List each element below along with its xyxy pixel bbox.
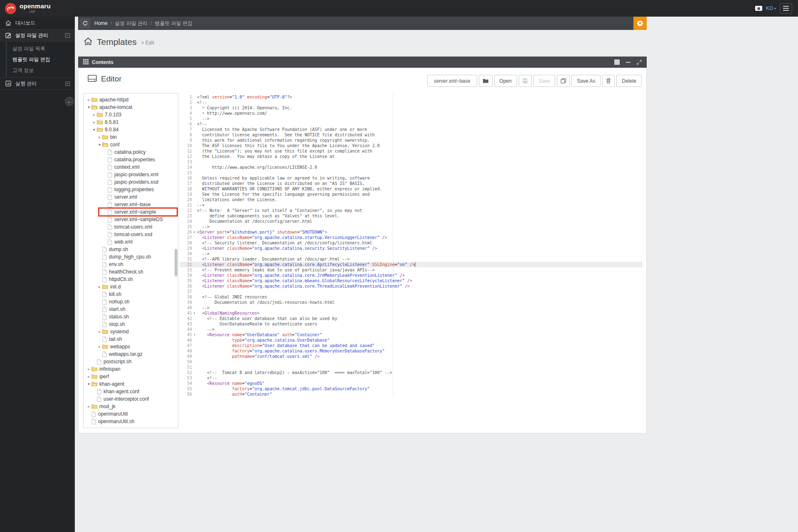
- tree-item-jaspic-providers.xsd[interactable]: jaspic-providers.xsd: [84, 178, 178, 186]
- tree-expand-arrow-icon[interactable]: ▸: [86, 374, 91, 379]
- save-icon-button[interactable]: [519, 75, 532, 87]
- delete-button[interactable]: Delete: [616, 75, 642, 87]
- code-line-31[interactable]: 31 <!--APR library loader. Documentation…: [180, 256, 643, 262]
- tree-item-8.5.81[interactable]: ▸8.5.81: [84, 118, 178, 126]
- save-as-button[interactable]: Save As: [571, 75, 601, 87]
- code-line-40[interactable]: 40 -->: [180, 305, 643, 310]
- fold-arrow-icon[interactable]: ▾: [192, 229, 197, 235]
- tree-item-openmaruUtil.sh[interactable]: openmaruUtil.sh: [84, 418, 178, 425]
- code-line-35[interactable]: 35 <Listener className="org.apache.catal…: [180, 278, 643, 283]
- section-collapse-minus-icon[interactable]: [65, 33, 70, 38]
- tree-item-dump_high_cpu.sh[interactable]: dump_high_cpu.sh: [84, 253, 178, 261]
- tree-item-7.0.103[interactable]: ▸7.0.103: [84, 111, 178, 118]
- tree-item-init.d[interactable]: ▸init.d: [84, 283, 178, 291]
- code-line-21[interactable]: 21-->: [180, 202, 643, 208]
- brand-logo[interactable]: openmaru iAP: [5, 3, 51, 14]
- sidebar-subitem-config-file-list[interactable]: 설정 파일 목록: [7, 43, 75, 54]
- tree-item-infinispan[interactable]: ▸infinispan: [84, 365, 178, 373]
- sidebar-subitem-template-file-edit[interactable]: 템플릿 파일 편집: [7, 54, 75, 65]
- tree-item-tail.sh[interactable]: tail.sh: [84, 335, 178, 343]
- code-editor[interactable]: 1<?xml version="1.0" encoding="UTF-8"?>2…: [180, 93, 643, 428]
- tree-item-apache-tomcat[interactable]: ▾apache-tomcat: [84, 103, 178, 111]
- tree-collapse-arrow-icon[interactable]: ▾: [97, 143, 102, 147]
- language-selector[interactable]: KO ▾: [766, 5, 776, 11]
- code-line-38[interactable]: 38 <!-- Global JNDI resources: [180, 294, 643, 300]
- breadcrumb-config-file-management[interactable]: 설정 파일 관리: [115, 20, 148, 27]
- tree-item-web.xml[interactable]: web.xml: [84, 238, 178, 246]
- tree-item-jaspic-providers.xml[interactable]: jaspic-providers.xml: [84, 171, 178, 178]
- code-line-4[interactable]: 4 ~ http://www.opennaru.com/: [180, 111, 643, 116]
- tree-item-context.xml[interactable]: context.xml: [84, 163, 178, 171]
- tree-expand-arrow-icon[interactable]: ▸: [86, 98, 91, 102]
- sidebar-subitem-customer-info[interactable]: 고객 정보: [7, 65, 75, 76]
- tree-item-catalina.properties[interactable]: catalina.properties: [84, 156, 178, 163]
- code-line-32[interactable]: 32 <Listener className="org.apache.catal…: [180, 262, 643, 267]
- fold-arrow-icon[interactable]: ▾: [192, 332, 197, 337]
- tree-item-logging.properties[interactable]: logging.properties: [84, 186, 178, 193]
- tree-item-mod_jk[interactable]: ▸mod_jk: [84, 403, 178, 410]
- tree-item-server.xml~sample[interactable]: server.xml~sample: [84, 208, 178, 216]
- panel-fullscreen-icon[interactable]: [637, 60, 642, 65]
- settings-button[interactable]: [633, 17, 647, 30]
- code-line-54[interactable]: 54 <Resource name="egovDS": [180, 381, 643, 386]
- code-line-56[interactable]: 56 auth="Container": [180, 392, 643, 397]
- code-line-49[interactable]: 49 pathname="conf/tomcat-users.xml" />: [180, 354, 643, 359]
- tree-expand-arrow-icon[interactable]: ▸: [91, 120, 97, 124]
- code-line-37[interactable]: 37: [180, 289, 643, 294]
- tree-expand-arrow-icon[interactable]: ▸: [86, 367, 91, 371]
- tree-item-khan-agent[interactable]: ▾khan-agent: [84, 380, 178, 388]
- tree-item-tomcat-users.xsd[interactable]: tomcat-users.xsd: [84, 231, 178, 238]
- tree-expand-arrow-icon[interactable]: ▸: [97, 330, 102, 334]
- tree-item-server.xml~sampleDS[interactable]: server.xml~sampleDS: [84, 216, 178, 223]
- code-line-45[interactable]: 45▾ <Resource name="UserDatabase" auth="…: [180, 332, 643, 337]
- sidebar-item-execution-management[interactable]: 실행 관리: [0, 77, 75, 90]
- menu-button[interactable]: [780, 3, 792, 14]
- panel-minimize-icon[interactable]: [626, 62, 631, 63]
- code-line-3[interactable]: 3 ~ Copyright (c) 2014. Opennaru, Inc.: [180, 105, 643, 111]
- sidebar-collapse-button[interactable]: ←: [65, 97, 74, 106]
- code-line-11[interactable]: 11 (the "License"); you may not use this…: [180, 148, 643, 154]
- tree-item-dump.sh[interactable]: dump.sh: [84, 246, 178, 253]
- sidebar-item-dashboard[interactable]: 대시보드: [0, 17, 75, 29]
- tree-item-kill.sh[interactable]: kill.sh: [84, 291, 178, 298]
- code-line-8[interactable]: 8 contributor license agreements. See th…: [180, 132, 643, 138]
- tree-item-healthCheck.sh[interactable]: healthCheck.sh: [84, 268, 178, 276]
- code-line-52[interactable]: 52 <!-- Tomcat 8 and later(dbcp2) : maxA…: [180, 370, 643, 375]
- code-line-25[interactable]: 25 -->: [180, 224, 643, 229]
- code-line-48[interactable]: 48 factory="org.apache.catalina.users.Me…: [180, 348, 643, 354]
- code-line-47[interactable]: 47 description="User database that can b…: [180, 343, 643, 348]
- filename-input[interactable]: [427, 75, 477, 87]
- tree-item-env.sh[interactable]: env.sh: [84, 261, 178, 268]
- code-line-5[interactable]: 5 -->: [180, 116, 643, 121]
- tree-item-user-interceptor.conf[interactable]: user-interceptor.conf: [84, 395, 178, 403]
- tree-collapse-arrow-icon[interactable]: ▾: [86, 382, 91, 386]
- code-line-53[interactable]: 53 <!--: [180, 375, 643, 381]
- code-line-26[interactable]: 26▾<Server port="${shutdown.port}" shutd…: [180, 229, 643, 235]
- tree-expand-arrow-icon[interactable]: ▸: [97, 285, 102, 289]
- code-line-46[interactable]: 46 type="org.apache.catalina.UserDatabas…: [180, 337, 643, 343]
- tree-item-server.xml[interactable]: server.xml: [84, 193, 178, 201]
- tree-item-9.0.84[interactable]: ▾9.0.84: [84, 126, 178, 133]
- tree-item-catalina.policy[interactable]: catalina.policy: [84, 148, 178, 156]
- code-line-18[interactable]: 18 WITHOUT WARRANTIES OR CONDITIONS OF A…: [180, 186, 643, 192]
- code-line-6[interactable]: 6<!--: [180, 121, 643, 127]
- panel-layout-toggle-icon[interactable]: [614, 59, 620, 65]
- tree-collapse-arrow-icon[interactable]: ▾: [91, 128, 97, 132]
- code-line-39[interactable]: 39 Documentation at /docs/jndi-resources…: [180, 300, 643, 305]
- code-line-24[interactable]: 24 Documentation at /docs/config/server.…: [180, 219, 643, 224]
- fold-arrow-icon[interactable]: ▾: [192, 310, 197, 316]
- tree-item-stop.sh[interactable]: stop.sh: [84, 320, 178, 328]
- code-line-10[interactable]: 10 The ASF licenses this file to You und…: [180, 143, 643, 148]
- code-line-2[interactable]: 2<!--: [180, 100, 643, 105]
- tree-item-openmaruUtil[interactable]: openmaruUtil: [84, 410, 178, 418]
- tree-item-start.sh[interactable]: start.sh: [84, 305, 178, 313]
- code-line-55[interactable]: 55 factory="org.apache.tomcat.jdbc.pool.…: [180, 386, 643, 392]
- code-line-36[interactable]: 36 <Listener className="org.apache.catal…: [180, 283, 643, 289]
- code-line-28[interactable]: 28 <!-- Security listener. Documentation…: [180, 240, 643, 246]
- tree-item-iperf[interactable]: ▸iperf: [84, 373, 178, 380]
- tree-item-conf[interactable]: ▾conf: [84, 141, 178, 148]
- tree-item-nohup.sh[interactable]: nohup.sh: [84, 298, 178, 305]
- code-line-17[interactable]: 17 distributed under the License is dist…: [180, 181, 643, 186]
- code-line-15[interactable]: 15: [180, 170, 643, 175]
- open-button[interactable]: Open: [494, 75, 517, 87]
